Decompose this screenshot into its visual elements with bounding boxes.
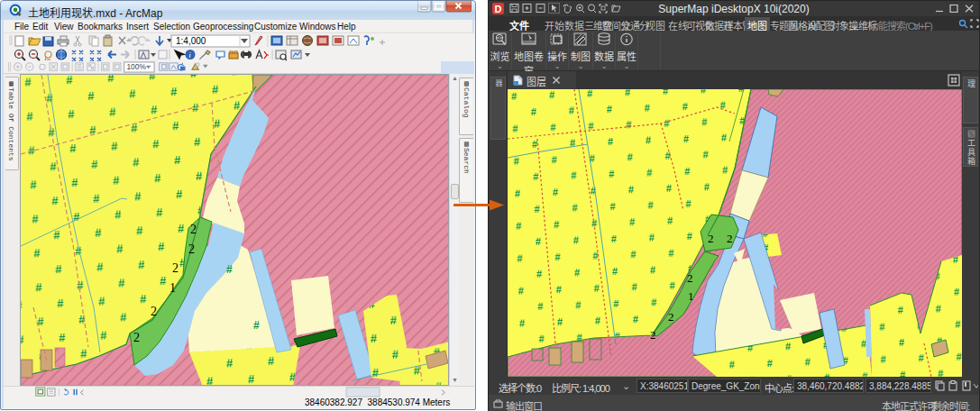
svg-text:#: # (253, 319, 260, 332)
svg-text:2: 2 (650, 328, 656, 342)
svg-text:2: 2 (668, 310, 674, 324)
svg-text:2: 2 (151, 305, 157, 318)
svg-text:2: 2 (687, 271, 693, 285)
svg-text:2: 2 (172, 261, 179, 275)
svg-text:2: 2 (133, 331, 140, 344)
svg-text:1: 1 (688, 289, 694, 303)
svg-text:100%: 100% (126, 62, 146, 71)
svg-text:2: 2 (708, 232, 714, 245)
svg-text:1:4,000: 1:4,000 (176, 36, 206, 46)
svg-text:1: 1 (169, 281, 176, 295)
svg-text:2: 2 (188, 242, 195, 256)
svg-text:#: # (226, 263, 233, 276)
svg-text:2: 2 (190, 223, 197, 236)
svg-text:2: 2 (727, 232, 733, 245)
